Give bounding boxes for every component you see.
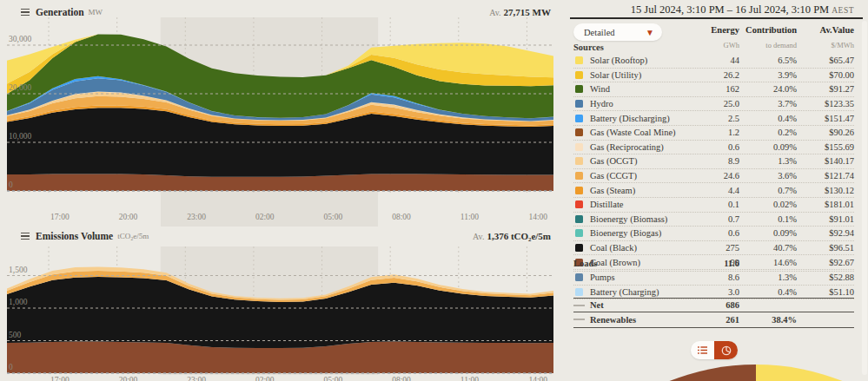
svg-text:500: 500 — [9, 331, 22, 339]
table-row[interactable]: Battery (Discharging) 2.5 0.4% $151.47 — [573, 111, 854, 126]
fuel-label: Battery (Charging) — [590, 287, 659, 297]
x-axis-label: 11:00 — [461, 213, 479, 221]
fuel-label: Solar (Utility) — [590, 70, 641, 80]
x-axis-label: 20:00 — [119, 213, 138, 221]
view-selector-dropdown[interactable]: Detailed ▼ — [573, 23, 662, 41]
svg-text:20,000: 20,000 — [9, 83, 31, 92]
energy-value: 3.0 — [687, 287, 739, 297]
table-row[interactable]: Gas (Waste Coal Mine) 1.2 0.2% $90.26 — [573, 126, 854, 141]
x-axis-label: 20:00 — [119, 376, 138, 381]
fuel-label: Gas (Waste Coal Mine) — [590, 128, 676, 137]
fuel-color-swatch — [575, 229, 583, 237]
contribution-value: 3.7% — [739, 99, 797, 108]
fuel-color-swatch — [575, 172, 583, 180]
scrollbar-track[interactable] — [862, 21, 867, 375]
av-value: $52.88 — [797, 273, 854, 282]
av-value: $140.17 — [797, 156, 854, 166]
fuel-color-swatch — [575, 56, 583, 64]
contribution-value: 0.09% — [739, 228, 797, 238]
emissions-stacked-area-chart[interactable]: 05001,0001,500 — [0, 246, 565, 375]
contribution-value: 24.0% — [739, 84, 797, 94]
generation-stacked-area-chart[interactable]: 010,00020,00030,000 — [0, 17, 565, 195]
table-row[interactable]: Hydro 25.0 3.7% $123.35 — [573, 97, 854, 112]
table-row[interactable]: Bioenergy (Biomass) 0.7 0.1% $91.01 — [573, 213, 854, 227]
table-row[interactable]: Gas (OCGT) 8.9 1.3% $140.17 — [573, 154, 854, 169]
fuel-color-swatch — [575, 128, 583, 136]
table-row[interactable]: Coal (Black) 275 40.7% $96.51 — [573, 241, 854, 256]
table-row[interactable]: Gas (Reciprocating) 0.6 0.09% $155.69 — [573, 141, 854, 155]
energy-value: 8.9 — [687, 156, 739, 166]
contribution-value: 0.02% — [739, 200, 797, 209]
energy-value: 275 — [687, 243, 739, 253]
fuel-label: Gas (OCGT) — [590, 156, 638, 166]
summary-table-panel: 15 Jul 2024, 3:10 PM – 16 Jul 2024, 3:10… — [570, 0, 868, 381]
contribution-value: 0.2% — [739, 128, 797, 137]
av-value: $51.10 — [797, 287, 854, 297]
table-row[interactable]: Solar (Utility) 26.2 3.9% $70.00 — [573, 69, 854, 83]
pie-view-button[interactable] — [714, 341, 738, 359]
av-value: $181.01 — [797, 200, 854, 209]
table-row[interactable]: Gas (Steam) 4.4 0.7% $130.12 — [573, 183, 854, 198]
av-value: $92.94 — [797, 228, 854, 238]
table-row[interactable]: Solar (Rooftop) 44 6.5% $65.47 — [573, 54, 854, 69]
contribution-value: 0.7% — [739, 186, 797, 195]
fuel-color-swatch — [575, 115, 583, 122]
hamburger-icon[interactable] — [21, 9, 30, 16]
loads-total: 11.6 — [687, 259, 739, 268]
x-axis-label: 08:00 — [392, 213, 411, 221]
x-axis-label: 23:00 — [187, 213, 206, 221]
x-axis-label: 17:00 — [50, 213, 70, 221]
contribution-value: 3.9% — [739, 70, 797, 80]
svg-text:1,500: 1,500 — [9, 266, 28, 274]
energy-value: 0.6 — [687, 228, 739, 238]
av-value: $130.12 — [797, 186, 854, 195]
fuel-label: Coal (Black) — [590, 243, 637, 253]
fuel-color-swatch — [575, 273, 583, 281]
energy-value: 4.4 — [687, 186, 739, 195]
x-axis-label: 14:00 — [528, 213, 547, 221]
energy-value: 25.0 — [687, 99, 739, 108]
energy-value: 44 — [687, 56, 739, 65]
fuel-color-swatch — [575, 244, 583, 252]
fuel-label: Solar (Rooftop) — [590, 56, 647, 65]
energy-value: 24.6 — [687, 171, 739, 181]
list-view-button[interactable] — [691, 341, 714, 359]
svg-text:0: 0 — [9, 363, 13, 371]
table-row[interactable]: Gas (CCGT) 24.6 3.6% $121.74 — [573, 169, 854, 184]
net-row[interactable]: Net 686 — [573, 298, 854, 312]
list-view-icon — [698, 345, 707, 355]
energy-value: 1.2 — [687, 128, 739, 137]
fuel-label: Wind — [590, 84, 610, 94]
fuel-color-swatch — [575, 85, 583, 93]
fuel-color-swatch — [575, 288, 583, 296]
table-row[interactable]: Distillate 0.1 0.02% $181.01 — [573, 198, 854, 213]
contribution-value: 0.4% — [739, 287, 797, 297]
x-axis-label: 23:00 — [187, 376, 206, 381]
svg-text:30,000: 30,000 — [9, 35, 31, 43]
fuel-label: Gas (Steam) — [590, 186, 635, 195]
x-axis-label: 05:00 — [324, 213, 343, 221]
fuel-color-swatch — [575, 100, 583, 108]
fuel-label: Hydro — [590, 99, 613, 108]
renewables-row[interactable]: Renewables 261 38.4% — [573, 312, 854, 328]
hamburger-icon[interactable] — [21, 233, 30, 240]
contribution-value: 40.7% — [739, 243, 797, 253]
av-value: $121.74 — [797, 171, 854, 181]
energy-value: 162 — [687, 84, 739, 94]
av-value: $91.01 — [797, 214, 854, 224]
date-range[interactable]: 15 Jul 2024, 3:10 PM – 16 Jul 2024, 3:10… — [631, 3, 854, 16]
x-axis-label: 08:00 — [392, 376, 411, 381]
fuel-color-swatch — [575, 71, 583, 79]
sources-rows: Solar (Rooftop) 44 6.5% $65.47 Solar (Ut… — [573, 54, 854, 270]
svg-text:10,000: 10,000 — [9, 132, 31, 141]
renewables-line-swatch — [573, 319, 585, 320]
table-row[interactable]: Pumps 8.6 1.3% $52.88 — [573, 271, 854, 286]
table-row[interactable]: Bioenergy (Biogas) 0.6 0.09% $92.94 — [573, 227, 854, 241]
table-row[interactable]: Wind 162 24.0% $91.27 — [573, 82, 854, 97]
contribution-value: 1.3% — [739, 273, 797, 282]
svg-text:0: 0 — [9, 181, 13, 189]
generation-average: Av.27,715 MW — [489, 7, 551, 17]
fuel-color-swatch — [575, 157, 583, 165]
generation-x-axis: 17:0020:0023:0002:0005:0008:0011:0014:00 — [0, 195, 565, 227]
contribution-value: 3.6% — [739, 171, 797, 181]
